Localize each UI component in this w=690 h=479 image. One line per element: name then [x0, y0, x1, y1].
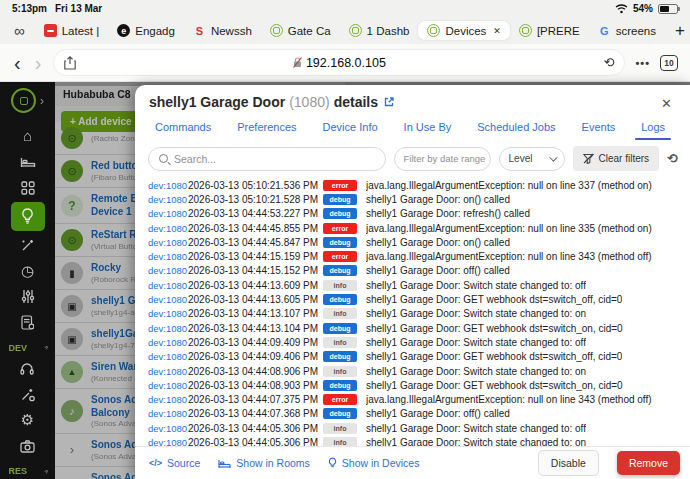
sidebar-item-devices[interactable] [11, 202, 45, 232]
browser-tab-latest-[interactable]: Latest | [35, 21, 109, 40]
collapse-icon: » [42, 468, 49, 475]
browser-tab-gate-ca[interactable]: Gate Ca [261, 21, 340, 40]
tab-overview-icon[interactable]: ∞ [14, 23, 25, 38]
browser-tab-1-dashb[interactable]: 1 Dashb [340, 21, 419, 40]
log-source-link[interactable]: dev:1080 [148, 351, 188, 362]
log-timestamp: 2026-03-13 04:44:53.227 PM [188, 208, 323, 219]
modal-title: shelly1 Garage Door (1080) details [149, 94, 394, 110]
tab-commands[interactable]: Commands [155, 121, 211, 140]
status-bar: 5:13pm Fri 13 Mar 54% [0, 0, 690, 17]
new-tab-button[interactable]: + [675, 21, 685, 41]
show-in-devices-link[interactable]: Show in Devices [328, 457, 420, 469]
camera-icon [20, 440, 35, 453]
sidebar-item-settings[interactable]: ⚙ [11, 408, 45, 432]
remove-button[interactable]: Remove [617, 451, 680, 475]
log-timestamp: 2026-03-13 04:44:45.847 PM [188, 237, 323, 248]
tab-events[interactable]: Events [582, 121, 616, 140]
sidebar-item-apps[interactable] [11, 176, 45, 200]
log-timestamp: 2026-03-13 04:44:08.903 PM [188, 380, 323, 391]
clear-filters-button[interactable]: Clear filters [573, 146, 660, 171]
show-in-rooms-link[interactable]: Show in Rooms [218, 457, 310, 469]
disable-button[interactable]: Disable [538, 450, 599, 476]
refresh-icon[interactable]: ⟲ [667, 151, 678, 166]
source-link[interactable]: </> Source [149, 457, 200, 469]
sidebar-section-res[interactable]: RES» [6, 466, 50, 476]
log-row: dev:10802026-03-13 04:44:13.107 PMinfosh… [148, 307, 690, 321]
log-source-link[interactable]: dev:1080 [148, 380, 188, 391]
more-menu-icon[interactable]: ••• [635, 57, 650, 69]
log-level-badge: error [323, 251, 357, 262]
browser-tab-devices[interactable]: Devices✕ [418, 21, 509, 40]
close-icon[interactable]: ✕ [655, 94, 678, 113]
log-row: dev:10802026-03-13 04:44:09.406 PMdebugs… [148, 350, 690, 364]
sidebar-item-developer-tools[interactable] [11, 383, 45, 407]
back-button[interactable]: ‹ [12, 53, 23, 73]
music-device-icon: ♪ [61, 400, 83, 422]
log-message: java.lang.IllegalArgumentException: null… [366, 180, 652, 191]
browser-tab-screens[interactable]: Gscreens [589, 21, 665, 40]
address-field[interactable]: 192.168.0.105 ⟳ [53, 49, 625, 76]
log-source-link[interactable]: dev:1080 [148, 251, 188, 262]
tab-device-info[interactable]: Device Info [323, 121, 378, 140]
log-source-link[interactable]: dev:1080 [148, 208, 188, 219]
log-source-link[interactable]: dev:1080 [148, 294, 188, 305]
sidebar-item-automations[interactable] [11, 233, 45, 257]
reload-icon[interactable]: ⟳ [604, 55, 615, 70]
log-source-link[interactable]: dev:1080 [148, 308, 188, 319]
tab-count-button[interactable]: 10 [660, 55, 678, 71]
log-source-link[interactable]: dev:1080 [148, 265, 188, 276]
log-level-badge: debug [323, 380, 357, 391]
log-message: java.lang.IllegalArgumentException: null… [366, 223, 652, 234]
battery-percent: 54% [633, 3, 653, 14]
siren-device-icon: ▲ [61, 361, 83, 383]
log-message: shelly1 Garage Door: off() called [366, 265, 510, 276]
log-source-link[interactable]: dev:1080 [148, 394, 188, 405]
log-level-badge: debug [323, 408, 357, 419]
sidebar-item-support[interactable] [11, 357, 45, 381]
sidebar-item-home[interactable]: ⌂ [11, 124, 45, 148]
log-level-badge: info [323, 308, 357, 319]
close-tab-icon[interactable]: ✕ [493, 26, 501, 36]
search-icon [159, 154, 168, 163]
external-link-icon[interactable] [384, 97, 394, 107]
sidebar-item-snapshots[interactable] [11, 434, 45, 458]
log-source-link[interactable]: dev:1080 [148, 408, 188, 419]
log-source-link[interactable]: dev:1080 [148, 223, 188, 234]
sidebar-item-logs[interactable] [11, 311, 45, 335]
search-input[interactable]: Search... [148, 147, 386, 171]
log-message: shelly1 Garage Door: off() called [366, 408, 510, 419]
log-source-link[interactable]: dev:1080 [148, 237, 188, 248]
sidebar-item-rooms[interactable] [11, 150, 45, 174]
tab-logs[interactable]: Logs [641, 121, 665, 140]
browser-tab-label: Newssh [211, 25, 252, 37]
browser-tab-engadg[interactable]: eEngadg [108, 21, 184, 40]
level-select[interactable]: Level [499, 147, 565, 171]
tab-scheduled-jobs[interactable]: Scheduled Jobs [477, 121, 555, 140]
sidebar-expand-icon[interactable]: › [40, 94, 44, 108]
log-source-link[interactable]: dev:1080 [148, 423, 188, 434]
log-source-link[interactable]: dev:1080 [148, 366, 188, 377]
browser-tab-label: Devices [445, 25, 486, 37]
log-source-link[interactable]: dev:1080 [148, 323, 188, 334]
button-device-icon: ⊙ [61, 127, 83, 149]
browser-url-bar: ‹ › 192.168.0.105 ⟳ ••• 10 [0, 44, 690, 82]
log-source-link[interactable]: dev:1080 [148, 194, 188, 205]
sidebar-item-schedules[interactable]: ◷ [11, 259, 45, 283]
log-message: shelly1 Garage Door: GET webhook dst=swi… [366, 323, 623, 334]
forward-button[interactable]: › [33, 53, 44, 73]
date-range-input[interactable]: Filter by date range [394, 147, 491, 171]
log-level-badge: info [323, 423, 357, 434]
sidebar-section-dev[interactable]: DEV» [6, 343, 50, 353]
browser-tab-label: Engadg [135, 25, 175, 37]
sidebar-item-settings-sliders[interactable] [11, 285, 45, 309]
share-icon[interactable] [64, 56, 76, 70]
breadcrumb-hub[interactable]: Hubabuba C8 [63, 88, 131, 100]
browser-tab-newssh[interactable]: SNewssh [184, 21, 261, 40]
log-source-link[interactable]: dev:1080 [148, 280, 188, 291]
log-source-link[interactable]: dev:1080 [148, 180, 188, 191]
browser-tab--prere[interactable]: [PRERE [510, 21, 589, 40]
log-message: shelly1 Garage Door: GET webhook dst=swi… [366, 351, 622, 362]
tab-in-use-by[interactable]: In Use By [404, 121, 452, 140]
tab-preferences[interactable]: Preferences [237, 121, 296, 140]
log-source-link[interactable]: dev:1080 [148, 337, 188, 348]
